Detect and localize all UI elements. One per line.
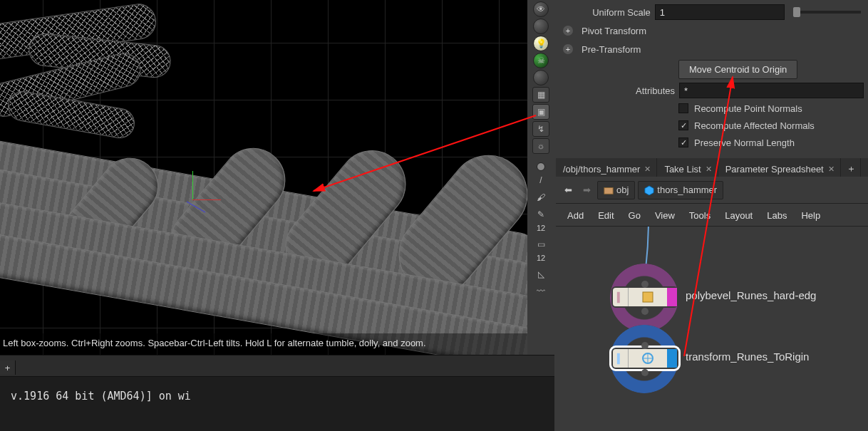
menu-tools[interactable]: Tools [682,207,718,224]
triangle-icon[interactable]: ◺ [532,266,549,282]
close-icon[interactable]: ✕ [706,165,712,174]
svg-rect-0 [604,187,613,194]
checkbox-label: Preserve Normal Length [694,137,795,148]
svg-marker-1 [645,185,653,194]
close-icon[interactable]: ✕ [644,165,651,174]
tab-label: /obj/thors_hammer [563,164,640,175]
square-icon[interactable]: ▭ [532,237,549,252]
curve-icon[interactable]: 〰 [532,284,549,299]
skull-icon[interactable]: ☠ [533,53,549,68]
tab-parameter-spreadsheet[interactable]: Parameter Spreadsheet✕ [718,158,841,177]
recompute-point-normals-checkbox[interactable]: Recompute Point Normals [678,100,864,117]
flag-icon: ▍ [617,292,624,303]
breadcrumb-obj[interactable]: obj [597,181,635,199]
tab-label: Parameter Spreadsheet [725,164,824,175]
parameter-pane: Uniform Scale + Pivot Transform + Pre-Tr… [556,0,868,157]
node-transform[interactable]: ▍ [611,348,678,369]
breadcrumb-label: obj [616,185,629,195]
brush-icon[interactable]: 🖌 [532,189,549,205]
node-output-port[interactable] [641,369,649,376]
geo-icon [644,185,654,195]
tab-label: Take List [664,164,701,175]
axis-x [192,199,221,200]
plus-icon: ＋ [847,162,856,175]
node-wire [556,227,868,431]
back-button[interactable]: ⬅ [560,182,576,198]
sun-icon[interactable]: ☼ [532,138,549,154]
attributes-input[interactable] [679,83,864,98]
expand-icon[interactable]: + [563,44,573,54]
node-input-port[interactable] [641,281,649,288]
network-tabs: /obj/thors_hammer✕ Take List✕ Parameter … [556,158,868,177]
polybevel-icon [641,290,655,304]
breadcrumb-label: thors_hammer [657,185,717,195]
menu-view[interactable]: View [648,207,682,224]
wireframe-icon[interactable]: ▦ [532,87,549,103]
menu-add[interactable]: Add [560,207,591,224]
plus-icon: + [5,363,11,373]
network-canvas[interactable]: ▍ polybevel_Runes_hard-edg ▍ transform_R… [556,227,868,431]
forward-button[interactable]: ➡ [579,182,594,198]
axis-y [192,171,193,199]
python-console[interactable]: v.1916 64 bit (AMD64)] on wi [0,376,554,431]
checkbox-icon [678,103,688,113]
label-12: 12 [537,224,545,235]
node-label: polybevel_Runes_hard-edg [686,289,816,301]
uniform-scale-slider[interactable] [793,11,861,14]
sphere-icon[interactable] [533,19,549,34]
tool-icon[interactable]: ↯ [532,121,549,137]
node-output-port[interactable] [641,308,649,315]
pen-icon[interactable]: ✎ [532,207,549,222]
eye-icon[interactable]: 👁 [533,1,549,17]
node-input-port[interactable] [641,342,649,349]
axis-gizmo[interactable] [192,199,193,200]
node-label: transform_Runes_ToRigin [686,350,809,363]
tab-take-list[interactable]: Take List✕ [657,158,718,177]
viewport-3d[interactable]: Left box-zooms. Ctrl+Right zooms. Spaceb… [0,0,527,355]
menu-layout[interactable]: Layout [718,207,760,224]
uniform-scale-input[interactable] [655,4,785,20]
expand-icon[interactable]: + [563,26,573,36]
menu-edit[interactable]: Edit [591,207,621,224]
camera-icon[interactable]: ▣ [532,104,549,120]
attributes-label: Attributes [557,85,675,96]
recompute-affected-normals-checkbox[interactable]: ✓ Recompute Affected Normals [678,117,864,134]
svg-rect-2 [643,292,653,302]
menu-help[interactable]: Help [794,207,827,224]
viewport-toolbar: 👁 💡 ☠ ▦ ▣ ↯ ☼ / 🖌 ✎ 12 ▭ 12 ◺ 〰 [527,0,554,355]
label-12b: 12 [537,254,545,265]
add-tab-button[interactable]: + [0,360,16,375]
preserve-normal-length-checkbox[interactable]: ✓ Preserve Normal Length [678,134,864,151]
close-icon[interactable]: ✕ [828,165,835,174]
add-tab-button[interactable]: ＋ [841,158,861,177]
uniform-scale-label: Uniform Scale [557,7,651,18]
checkbox-icon: ✓ [678,120,688,130]
slash-icon[interactable]: / [532,172,549,188]
console-tabbar [0,355,554,376]
menu-go[interactable]: Go [621,207,648,224]
bulb-icon[interactable]: 💡 [533,36,549,51]
checkbox-icon: ✓ [678,137,688,147]
shade-icon[interactable] [533,70,549,85]
checkbox-label: Recompute Point Normals [694,103,802,114]
dot-icon[interactable] [537,162,545,171]
breadcrumb-node[interactable]: thors_hammer [638,181,723,199]
network-pathbar: ⬅ ➡ obj thors_hammer [556,177,868,204]
viewport-hint: Left box-zooms. Ctrl+Right zooms. Spaceb… [0,333,527,355]
pivot-transform-label[interactable]: Pivot Transform [582,26,646,36]
network-menu: Add Edit Go View Tools Layout Labs Help [556,205,868,227]
menu-labs[interactable]: Labs [760,207,794,224]
pre-transform-label[interactable]: Pre-Transform [582,44,641,55]
checkbox-label: Recompute Affected Normals [694,120,815,131]
flag-icon: ▍ [617,353,624,364]
tab-path[interactable]: /obj/thors_hammer✕ [556,158,657,177]
node-polybevel[interactable]: ▍ [611,286,678,308]
folder-icon [604,185,614,195]
move-centroid-button[interactable]: Move Centroid to Origin [678,60,797,79]
transform-icon [641,351,655,365]
